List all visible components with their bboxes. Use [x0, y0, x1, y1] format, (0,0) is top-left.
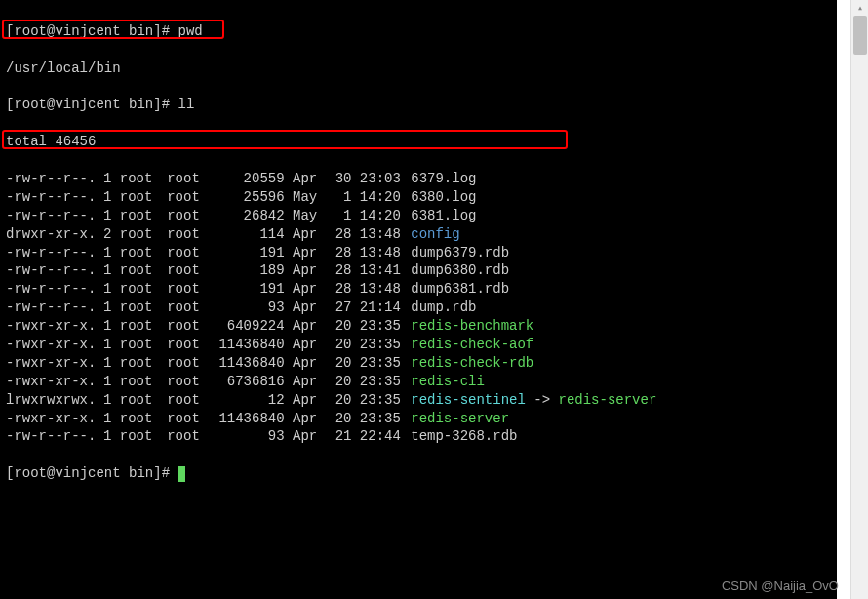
- cursor: [178, 466, 185, 482]
- prompt-line-3[interactable]: [root@vinjcent bin]#: [6, 464, 831, 483]
- list-item: -rw-r--r--. 1 root root 25596 May 1 14:2…: [6, 188, 831, 207]
- list-item: -rw-r--r--. 1 root root 26842 May 1 14:2…: [6, 207, 831, 225]
- file-listing: -rw-r--r--. 1 root root 20559 Apr 30 23:…: [6, 170, 831, 446]
- list-item: -rw-r--r--. 1 root root 93 Apr 27 21:14 …: [6, 299, 831, 317]
- watermark: CSDN @Naijia_OvO: [722, 579, 839, 593]
- list-item: -rwxr-xr-x. 1 root root 11436840 Apr 20 …: [6, 410, 831, 428]
- total-line: total 46456: [6, 133, 831, 151]
- list-item: -rw-r--r--. 1 root root 189 Apr 28 13:41…: [6, 261, 831, 280]
- prompt-line-2: [root@vinjcent bin]# ll: [6, 96, 831, 114]
- list-item: -rw-r--r--. 1 root root 191 Apr 28 13:48…: [6, 244, 831, 262]
- cmd-ll: ll: [178, 97, 194, 112]
- list-item: lrwxrwxrwx. 1 root root 12 Apr 20 23:35 …: [6, 391, 831, 410]
- list-item: -rwxr-xr-x. 1 root root 6409224 Apr 20 2…: [6, 317, 831, 336]
- terminal-window[interactable]: [root@vinjcent bin]# pwd /usr/local/bin …: [0, 0, 837, 599]
- list-item: drwxr-xr-x. 2 root root 114 Apr 28 13:48…: [6, 225, 831, 244]
- list-item: -rw-r--r--. 1 root root 93 Apr 21 22:44 …: [6, 427, 831, 446]
- scrollbar-thumb[interactable]: [853, 16, 867, 55]
- cmd-pwd: pwd: [178, 23, 202, 39]
- list-item: -rw-r--r--. 1 root root 20559 Apr 30 23:…: [6, 170, 831, 188]
- scrollbar[interactable]: ▴: [850, 0, 868, 599]
- list-item: -rwxr-xr-x. 1 root root 6736816 Apr 20 2…: [6, 373, 831, 391]
- list-item: -rwxr-xr-x. 1 root root 11436840 Apr 20 …: [6, 354, 831, 373]
- list-item: -rwxr-xr-x. 1 root root 11436840 Apr 20 …: [6, 336, 831, 354]
- prompt-line-1: [root@vinjcent bin]# pwd: [6, 22, 831, 41]
- pwd-output: /usr/local/bin: [6, 60, 831, 78]
- list-item: -rw-r--r--. 1 root root 191 Apr 28 13:48…: [6, 280, 831, 299]
- scroll-up-arrow[interactable]: ▴: [854, 2, 866, 14]
